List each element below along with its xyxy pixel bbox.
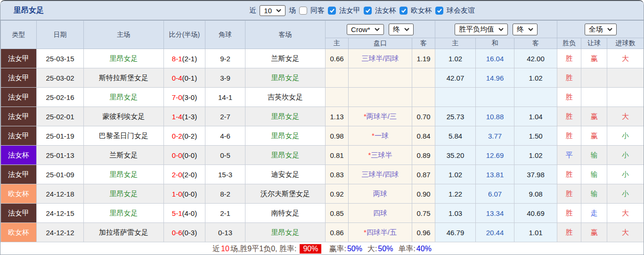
handicap-away-odds: 0.96 xyxy=(412,223,435,242)
home-team-link[interactable]: 里昂女足 xyxy=(84,49,164,68)
away-team-link[interactable]: 沃尔夫斯堡女足 xyxy=(245,184,326,204)
avg-home-odds xyxy=(435,88,476,107)
corner-score: 14-1 xyxy=(205,88,245,107)
handicap-home-odds: 0.66 xyxy=(326,49,349,68)
league-badge: 法女甲 xyxy=(1,107,37,126)
table-row: 法女甲 24-12-15 里昂女足 5-1(4-0) 2-1 南特女足 0.85… xyxy=(1,204,644,223)
scope-select[interactable]: 全场 xyxy=(585,24,617,35)
result-goals: 大 xyxy=(607,223,644,242)
footer-win-value: 50% xyxy=(347,245,362,253)
avg-odds-select[interactable]: 胜平负均值 xyxy=(455,24,508,35)
handicap-away-odds: 0.70 xyxy=(412,107,435,126)
result-goals: 小 xyxy=(607,165,644,184)
league-checkbox-euro-cup[interactable] xyxy=(399,7,408,15)
halftime-score: (3-0) xyxy=(182,93,197,101)
home-team-link[interactable]: 兰斯女足 xyxy=(84,146,164,165)
league-badge: 欧女杯 xyxy=(1,184,37,204)
away-team-link[interactable]: 里昂女足 xyxy=(245,126,326,146)
handicap-away-odds: 1.19 xyxy=(412,49,435,68)
avg-away-odds: 1.02 xyxy=(514,146,557,165)
home-team-link[interactable]: 斯特拉斯堡女足 xyxy=(84,68,164,88)
halftime-score: (0-0) xyxy=(182,151,197,159)
home-team-link[interactable]: 蒙彼利埃女足 xyxy=(84,107,164,126)
away-team-link[interactable]: 里昂女足 xyxy=(245,107,326,126)
chevron-down-icon xyxy=(276,9,281,12)
handicap-away-odds: 0.84 xyxy=(412,126,435,146)
halftime-score: (0-1) xyxy=(182,74,197,82)
match-history-table: 类型 日期 主场 比分(半场) 角球 客场 Crow* 终 xyxy=(0,20,644,242)
bookmaker-value: Crow* xyxy=(351,25,370,33)
home-team-link[interactable]: 加拉塔萨雷女足 xyxy=(84,223,164,242)
fulltime-score: 1-0 xyxy=(172,190,182,198)
handicap-away-odds: 0.75 xyxy=(412,204,435,223)
match-date: 25-01-19 xyxy=(37,126,84,146)
footer-big-value: 50% xyxy=(378,245,393,253)
avg-draw-odds: 14.96 xyxy=(476,68,514,88)
halftime-score: (0-0) xyxy=(182,190,197,198)
subheader-avg-draw: 和 xyxy=(476,38,514,49)
avg-home-odds: 42.07 xyxy=(435,68,476,88)
corner-score: 4-6 xyxy=(205,126,245,146)
away-team-link[interactable]: 里昂女足 xyxy=(245,146,326,165)
away-team-link[interactable]: 里昂女足 xyxy=(245,223,326,242)
match-date: 25-02-16 xyxy=(37,88,84,107)
avg-away-odds: 40.69 xyxy=(514,204,557,223)
recent-count-value: 10 xyxy=(264,7,272,15)
handicap-away-odds: 0.90 xyxy=(412,184,435,204)
avg-home-odds: 25.73 xyxy=(435,107,476,126)
chevron-down-icon xyxy=(607,28,612,31)
header-type: 类型 xyxy=(1,21,37,49)
handicap-line: *三球半 xyxy=(349,146,412,165)
league-checkbox-fra-w1[interactable] xyxy=(328,7,336,15)
away-team-link[interactable]: 迪安女足 xyxy=(245,165,326,184)
match-date: 24-12-18 xyxy=(37,184,84,204)
same-away-checkbox[interactable] xyxy=(299,7,307,15)
league-checkbox-friendly[interactable] xyxy=(435,7,443,15)
header-date: 日期 xyxy=(37,21,84,49)
away-team-link[interactable]: 南特女足 xyxy=(245,204,326,223)
avg-state-select[interactable]: 终 xyxy=(513,24,538,35)
filter-controls: 近 10 场 同客 法女甲 法女杯 欧女杯 xyxy=(249,5,475,16)
halftime-score: (0-3) xyxy=(182,229,197,237)
footer-summary: 场,胜9平1负0, 胜率: xyxy=(230,244,296,254)
match-date: 25-03-02 xyxy=(37,68,84,88)
avg-draw-odds: 20.44 xyxy=(476,223,514,242)
recent-count-select[interactable]: 10 xyxy=(260,5,285,16)
matches-label: 场 xyxy=(289,6,296,15)
subheader-handicap-away: 客 xyxy=(412,38,435,49)
result-wdl: 平 xyxy=(557,146,581,165)
avg-home-odds: 35.20 xyxy=(435,146,476,165)
fulltime-score: 0-0 xyxy=(172,151,182,159)
away-team-link[interactable]: 兰斯女足 xyxy=(245,49,326,68)
handicap-away-odds xyxy=(412,88,435,107)
away-team-link[interactable]: 里昂女足 xyxy=(245,68,326,88)
check-icon xyxy=(329,8,335,13)
header-score: 比分(半场) xyxy=(164,21,205,49)
bookmaker-state-select[interactable]: 终 xyxy=(389,24,414,35)
footer-big-label: 大: xyxy=(367,244,377,254)
avg-draw-odds: 13.81 xyxy=(476,165,514,184)
league-badge: 法女甲 xyxy=(1,204,37,223)
home-team-link[interactable]: 里昂女足 xyxy=(84,88,164,107)
home-team-link[interactable]: 里昂女足 xyxy=(84,165,164,184)
league-checkbox-fra-cup[interactable] xyxy=(364,7,372,15)
fulltime-score: 0-6 xyxy=(172,229,182,237)
bookmaker-select[interactable]: Crow* xyxy=(347,24,384,35)
footer-single-value: 40% xyxy=(416,245,432,253)
score-cell: 0-2(0-2) xyxy=(164,126,205,146)
home-team-link[interactable]: 巴黎圣日门女足 xyxy=(84,126,164,146)
score-cell: 0-0(0-0) xyxy=(164,146,205,165)
match-table-body: 法女甲 25-03-15 里昂女足 8-1(2-1) 9-2 兰斯女足 0.66… xyxy=(1,49,644,242)
table-row: 法女甲 25-02-01 蒙彼利埃女足 1-4(1-3) 2-7 里昂女足 1.… xyxy=(1,107,644,126)
match-date: 25-02-01 xyxy=(37,107,84,126)
league-badge: 法女甲 xyxy=(1,126,37,146)
subheader-wdl: 胜负 xyxy=(557,38,581,49)
same-away-label: 同客 xyxy=(310,6,325,15)
home-team-link[interactable]: 里昂女足 xyxy=(84,204,164,223)
home-team-link[interactable]: 里昂女足 xyxy=(84,184,164,204)
avg-home-odds: 46.79 xyxy=(435,223,476,242)
league-badge: 法女甲 xyxy=(1,68,37,88)
result-wdl: 胜 xyxy=(557,68,581,88)
away-team-link[interactable]: 吉英坎女足 xyxy=(245,88,326,107)
match-history-widget: 里昂女足 近 10 场 同客 法女甲 法女杯 欧女杯 xyxy=(0,0,644,255)
